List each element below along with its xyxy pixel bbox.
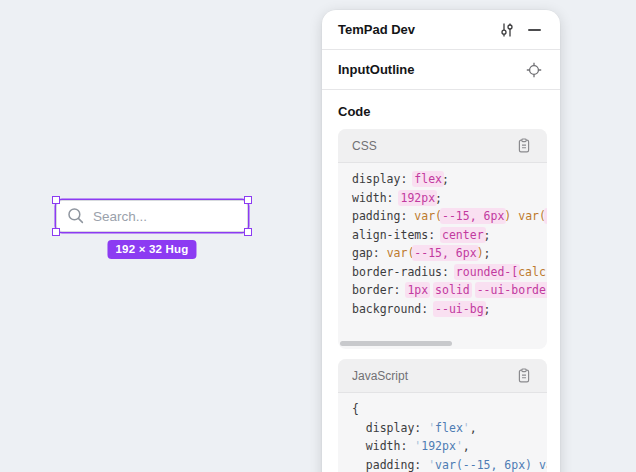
code-block-css-label: CSS	[352, 139, 513, 153]
code-line: border-radius: rounded-[calc(var(--15, 6…	[352, 263, 547, 282]
code-block-js-label: JavaScript	[352, 369, 513, 383]
code-block-js-header: JavaScript	[338, 359, 547, 393]
selection-handle-top-right[interactable]	[244, 196, 252, 204]
code-line: display: 'flex',	[352, 419, 547, 438]
copy-css-button[interactable]	[513, 135, 535, 157]
code-line: width: '192px',	[352, 437, 547, 456]
code-line: align-items: center;	[352, 226, 547, 245]
panel-title: TemPad Dev	[338, 22, 496, 37]
code-line: width: 192px;	[352, 189, 547, 208]
selection-handle-bottom-right[interactable]	[244, 228, 252, 236]
code-line: background: --ui-bg;	[352, 300, 547, 319]
code-line: border: 1px solid --ui-border-color;	[352, 281, 547, 300]
locate-node-button[interactable]	[523, 59, 545, 81]
panel-header: TemPad Dev	[322, 10, 560, 50]
code-line: padding: var(--15, 6px) var(--15, 6px);	[352, 207, 547, 226]
figma-canvas: 192 × 32 Hug TemPad Dev InputOutline	[0, 0, 636, 472]
js-code-area[interactable]: { display: 'flex', width: '192px', paddi…	[338, 393, 547, 472]
code-block-js: JavaScript { display: 'flex', width: '19…	[338, 359, 547, 472]
selection-handle-top-left[interactable]	[52, 196, 60, 204]
target-icon	[526, 62, 542, 78]
css-code-area[interactable]: display: flex;width: 192px;padding: var(…	[338, 163, 547, 349]
settings-button[interactable]	[496, 19, 518, 41]
code-block-css: CSS display: flex;width: 192px;padding: …	[338, 129, 547, 349]
selection-handle-bottom-left[interactable]	[52, 228, 60, 236]
code-line: padding: 'var(--15, 6px) var(--15, 6px)'…	[352, 456, 547, 472]
copy-js-button[interactable]	[513, 365, 535, 387]
horizontal-scrollbar-thumb[interactable]	[340, 341, 452, 346]
sliders-icon	[499, 22, 515, 38]
tempad-dev-panel: TemPad Dev InputOutline	[322, 10, 560, 472]
code-section-title: Code	[338, 104, 544, 119]
search-input-frame[interactable]	[56, 200, 248, 232]
selected-node-name: InputOutline	[338, 62, 523, 77]
selected-node-row: InputOutline	[322, 50, 560, 90]
clipboard-icon	[517, 368, 531, 383]
code-line: display: flex;	[352, 170, 547, 189]
code-line: {	[352, 400, 547, 419]
code-block-css-header: CSS	[338, 129, 547, 163]
size-badge: 192 × 32 Hug	[107, 240, 196, 259]
minimize-button[interactable]	[523, 19, 545, 41]
minimize-icon	[528, 29, 541, 31]
clipboard-icon	[517, 138, 531, 153]
search-input[interactable]	[85, 209, 247, 224]
code-line: gap: var(--15, 6px);	[352, 244, 547, 263]
search-icon	[67, 207, 85, 225]
